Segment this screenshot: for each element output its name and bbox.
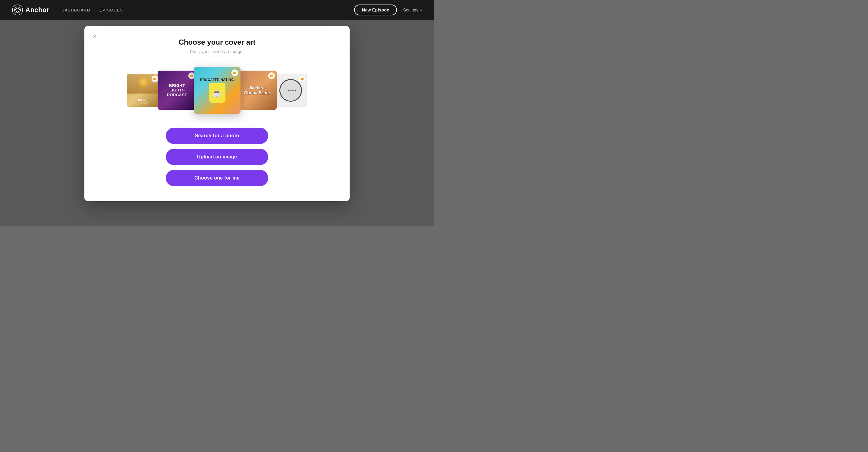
navbar-right: New Episode Settings <box>354 4 422 16</box>
anchor-logo-icon <box>12 4 23 16</box>
cover-click-text: The Click <box>285 89 296 92</box>
navbar: Anchor DASHBOARD EPISODES New Episode Se… <box>0 0 434 20</box>
cover-honey-sound-icon: 📻 <box>152 76 158 82</box>
cover-click-inner: The Click <box>279 79 302 102</box>
nav-dashboard[interactable]: DASHBOARD <box>61 8 90 12</box>
modal-close-button[interactable]: × <box>93 33 97 40</box>
background-content: × Choose your cover art First, you'll ne… <box>0 20 434 226</box>
main-nav: DASHBOARD EPISODES <box>61 8 354 12</box>
settings-button[interactable]: Settings <box>403 7 422 12</box>
logo-text: Anchor <box>25 6 50 14</box>
modal-backdrop: × Choose your cover art First, you'll ne… <box>0 20 434 226</box>
nav-episodes[interactable]: EPISODES <box>99 8 123 12</box>
cover-bright-text: BRIGHTLIGHTSPODCAST <box>167 83 187 97</box>
logo: Anchor <box>12 4 50 16</box>
chevron-down-icon <box>420 7 422 12</box>
cover-skaters-text: SkatersGonna Skate <box>244 85 270 95</box>
cover-click-sound-icon: 📻 <box>299 76 306 82</box>
choose-for-me-button[interactable]: Choose one for me <box>166 170 268 186</box>
new-episode-button[interactable]: New Episode <box>354 4 397 16</box>
cover-procaff-card: PROCAFFEINATING ☕ 📻 <box>194 67 241 114</box>
cover-bright-card: BRIGHTLIGHTSPODCAST 📻 <box>158 70 197 110</box>
svg-point-0 <box>12 5 23 15</box>
cover-skaters-sound-icon: 📻 <box>268 73 275 79</box>
modal-title: Choose your cover art <box>99 38 335 47</box>
cover-coffee-cup: ☕ <box>209 83 225 103</box>
cover-procaff-sound-icon: 📻 <box>231 69 238 76</box>
cover-honey-card: uh-huhHONEY 📻 <box>127 74 160 107</box>
settings-label: Settings <box>403 7 418 12</box>
cover-art-modal: × Choose your cover art First, you'll ne… <box>84 26 350 201</box>
cover-skaters-card: SkatersGonna Skate 📻 <box>238 70 277 110</box>
upload-image-button[interactable]: Upload an image <box>166 149 268 165</box>
search-photo-button[interactable]: Search for a photo <box>166 128 268 144</box>
action-buttons: Search for a photo Upload an image Choos… <box>99 128 335 186</box>
cover-art-strip: uh-huhHONEY 📻 BRIGHTLIGHTSPODCAST 📻 PROC… <box>99 66 335 114</box>
modal-subtitle: First, you'll need an image. <box>99 49 335 54</box>
cover-click-card: The Click 📻 <box>274 74 307 107</box>
cover-honey-text: uh-huhHONEY <box>138 99 149 105</box>
svg-point-1 <box>14 7 21 13</box>
cover-procaff-text: PROCAFFEINATING <box>200 78 234 82</box>
